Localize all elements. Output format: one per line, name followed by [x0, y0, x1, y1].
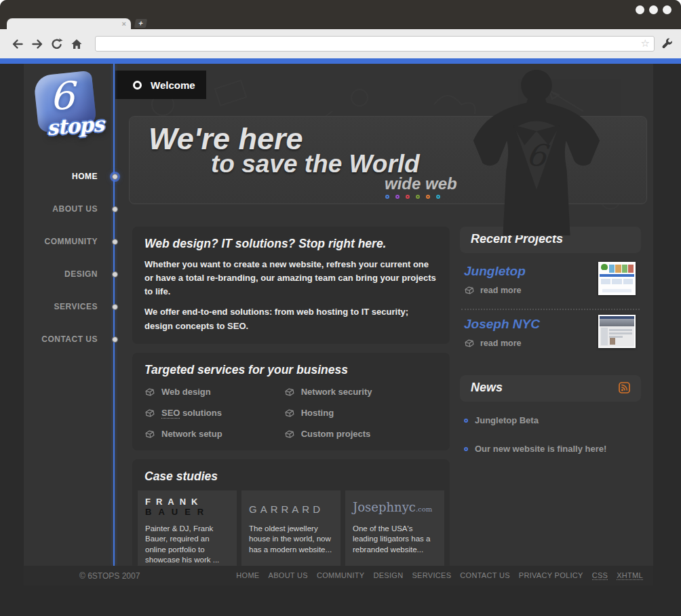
dot-icon	[385, 195, 389, 199]
main-content: Welcome We're here to save the World wid…	[115, 64, 653, 566]
footer-link-css[interactable]: CSS	[592, 571, 608, 580]
hero-banner: We're here to save the World wide web	[129, 116, 647, 204]
logo-name: stops	[46, 112, 104, 140]
footer-link-services[interactable]: SERVICES	[412, 571, 451, 580]
nav-bullet-icon	[112, 304, 118, 310]
case-study-text: One of the USA's leading litigators has …	[353, 524, 437, 566]
case-study-text: Painter & DJ, Frank Bauer, required an o…	[145, 524, 229, 566]
sidebar-item-community[interactable]: COMMUNITY	[24, 225, 114, 258]
footer-link-home[interactable]: HOME	[236, 571, 259, 580]
back-icon[interactable]	[11, 37, 24, 51]
page-viewport: 6 6 stops HOME ABOUT US COMMUNITY DESIGN…	[0, 64, 681, 616]
cube-icon	[283, 406, 296, 419]
browser-toolbar: ☆	[0, 29, 681, 58]
service-item-network-setup[interactable]: Network setup	[144, 429, 284, 440]
project-thumbnail[interactable]	[598, 262, 636, 295]
window-controls	[636, 5, 672, 14]
sidebar: 6 stops HOME ABOUT US COMMUNITY DESIGN S…	[24, 64, 114, 566]
dotted-separator	[461, 309, 640, 310]
window-control-dot[interactable]	[636, 5, 644, 14]
intro-section: Web design? IT solutions? Stop right her…	[132, 227, 450, 344]
cube-icon	[463, 337, 476, 350]
page-title: Welcome	[151, 79, 195, 91]
footer-link-privacy-policy[interactable]: PRIVACY POLICY	[519, 571, 583, 580]
news-item[interactable]: Jungletop Beta	[464, 415, 641, 425]
browser-titlebar: × +	[0, 0, 681, 29]
news-item[interactable]: Our new website is finally here!	[464, 444, 641, 454]
intro-heading: Web design? IT solutions? Stop right her…	[144, 237, 437, 251]
services-heading: Targeted services for your business	[144, 363, 437, 377]
service-item-seo-solutions[interactable]: SEO solutions	[144, 408, 284, 419]
sidebar-item-services[interactable]: SERVICES	[24, 290, 114, 323]
home-icon[interactable]	[70, 37, 83, 51]
footer-link-community[interactable]: COMMUNITY	[317, 571, 365, 580]
case-study-text: The oldest jewellery house in the world,…	[249, 524, 333, 566]
sidebar-item-contact-us[interactable]: CONTACT US	[24, 323, 114, 355]
bookmark-star-icon[interactable]: ☆	[641, 39, 650, 49]
ring-bullet-icon	[464, 447, 468, 451]
footer-link-xhtml[interactable]: XHTML	[617, 571, 643, 580]
nav-bullet-icon	[112, 206, 118, 212]
cube-icon	[283, 385, 296, 398]
sidebar-item-design[interactable]: DESIGN	[24, 258, 114, 290]
accent-bar	[0, 58, 681, 64]
footer-link-about-us[interactable]: ABOUT US	[269, 571, 308, 580]
project-jungletop: Jungletop read more	[460, 253, 641, 302]
forward-icon[interactable]	[31, 37, 44, 51]
cube-icon	[144, 385, 157, 398]
right-sidebar: Recent Projects Jungletop read more	[460, 227, 641, 585]
address-bar[interactable]: ☆	[95, 36, 655, 52]
window-control-dot[interactable]	[663, 5, 672, 14]
news-list: Jungletop Beta Our new website is finall…	[460, 415, 641, 454]
intro-paragraph: We offer end-to-end solutions: from web …	[144, 305, 437, 332]
browser-tab[interactable]: ×	[7, 18, 131, 29]
service-item-custom-projects[interactable]: Custom projects	[284, 429, 437, 440]
hero-line-2: to save the World	[211, 151, 646, 176]
case-studies-heading: Case studies	[144, 469, 444, 484]
nav-bullet-icon	[112, 271, 118, 277]
tab-close-icon[interactable]: ×	[122, 19, 126, 28]
cube-icon	[463, 284, 476, 297]
sidebar-nav: HOME ABOUT US COMMUNITY DESIGN SERVICES …	[24, 160, 114, 355]
service-item-web-design[interactable]: Web design	[144, 387, 284, 398]
site-page: 6 6 stops HOME ABOUT US COMMUNITY DESIGN…	[24, 64, 653, 585]
footer-link-contact-us[interactable]: CONTACT US	[460, 571, 510, 580]
project-thumbnail[interactable]	[598, 315, 636, 348]
recent-projects-header: Recent Projects	[460, 227, 641, 253]
sidebar-item-home[interactable]: HOME	[24, 160, 114, 193]
wrench-menu-icon[interactable]	[661, 37, 674, 51]
dot-icon	[426, 195, 430, 199]
garrard-logo: GARRARD	[249, 497, 333, 522]
sidebar-item-about-us[interactable]: ABOUT US	[24, 193, 114, 225]
seo-abbr: SEO	[161, 408, 180, 419]
service-item-hosting[interactable]: Hosting	[284, 408, 437, 419]
footer-link-design[interactable]: DESIGN	[373, 571, 403, 580]
services-grid: Web design Network security SEO solution…	[144, 387, 437, 440]
cube-icon	[144, 406, 157, 419]
address-bar-input[interactable]	[100, 39, 641, 50]
dot-icon	[406, 195, 410, 199]
window-control-dot[interactable]	[649, 5, 658, 14]
dot-icon	[395, 195, 400, 199]
hero-line-3: wide web	[385, 175, 646, 193]
recent-projects-heading: Recent Projects	[471, 232, 563, 246]
rss-icon[interactable]	[619, 382, 630, 393]
site-footer: © 6STOPS 2007 HOME ABOUT US COMMUNITY DE…	[24, 566, 653, 585]
dot-icon	[416, 195, 420, 199]
cube-icon	[283, 427, 296, 440]
ring-icon	[133, 81, 142, 90]
reload-icon[interactable]	[50, 37, 64, 51]
project-joseph-nyc: Joseph NYC read more	[460, 311, 641, 360]
nav-bullet-icon	[112, 336, 118, 343]
site-logo[interactable]: 6 stops	[29, 71, 112, 149]
content-column: Web design? IT solutions? Stop right her…	[132, 227, 450, 585]
news-heading: News	[471, 381, 503, 395]
services-section: Targeted services for your business Web …	[132, 353, 450, 450]
new-tab-button[interactable]: +	[134, 19, 147, 28]
dot-icon	[436, 195, 440, 199]
footer-links: HOME ABOUT US COMMUNITY DESIGN SERVICES …	[236, 571, 643, 580]
copyright: © 6STOPS 2007	[79, 571, 140, 581]
josephnyc-logo: Josephnyc.com	[353, 497, 437, 522]
page-title-strip: Welcome	[115, 71, 206, 99]
service-item-network-security[interactable]: Network security	[284, 387, 437, 398]
